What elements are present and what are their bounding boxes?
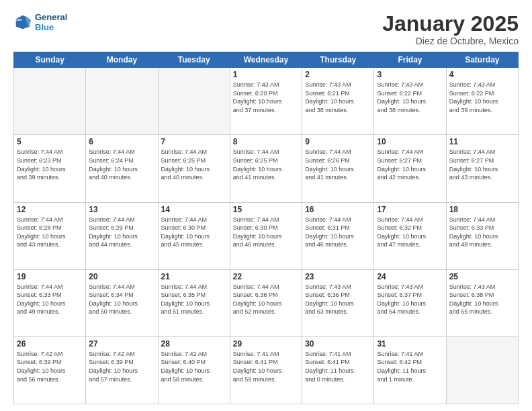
calendar-cell: 8Sunrise: 7:44 AM Sunset: 6:25 PM Daylig… bbox=[230, 135, 302, 202]
calendar-cell: 11Sunrise: 7:44 AM Sunset: 6:27 PM Dayli… bbox=[446, 135, 518, 202]
day-info: Sunrise: 7:44 AM Sunset: 6:30 PM Dayligh… bbox=[233, 216, 299, 249]
day-info: Sunrise: 7:43 AM Sunset: 6:21 PM Dayligh… bbox=[305, 81, 371, 114]
col-tuesday: Tuesday bbox=[158, 52, 230, 68]
calendar-cell: 5Sunrise: 7:44 AM Sunset: 6:23 PM Daylig… bbox=[14, 135, 86, 202]
calendar-week-4: 19Sunrise: 7:44 AM Sunset: 6:33 PM Dayli… bbox=[14, 269, 519, 336]
calendar-cell: 21Sunrise: 7:44 AM Sunset: 6:35 PM Dayli… bbox=[158, 269, 230, 336]
day-info: Sunrise: 7:43 AM Sunset: 6:20 PM Dayligh… bbox=[233, 81, 299, 114]
day-number: 26 bbox=[17, 339, 83, 349]
day-info: Sunrise: 7:43 AM Sunset: 6:36 PM Dayligh… bbox=[305, 283, 371, 316]
svg-text:Gen: Gen bbox=[15, 17, 22, 21]
day-info: Sunrise: 7:42 AM Sunset: 6:39 PM Dayligh… bbox=[17, 350, 83, 383]
calendar-cell: 29Sunrise: 7:41 AM Sunset: 6:41 PM Dayli… bbox=[230, 336, 302, 404]
calendar-cell: 17Sunrise: 7:44 AM Sunset: 6:32 PM Dayli… bbox=[374, 202, 446, 269]
day-number: 9 bbox=[305, 137, 371, 146]
day-info: Sunrise: 7:42 AM Sunset: 6:39 PM Dayligh… bbox=[89, 350, 154, 383]
month-title: January 2025 bbox=[382, 12, 519, 36]
day-info: Sunrise: 7:44 AM Sunset: 6:24 PM Dayligh… bbox=[89, 148, 154, 181]
day-number: 17 bbox=[377, 205, 443, 214]
calendar-cell: 9Sunrise: 7:44 AM Sunset: 6:26 PM Daylig… bbox=[302, 135, 374, 202]
day-info: Sunrise: 7:44 AM Sunset: 6:32 PM Dayligh… bbox=[377, 216, 443, 249]
calendar-cell bbox=[86, 68, 158, 135]
day-number: 18 bbox=[449, 205, 515, 214]
day-number: 8 bbox=[233, 137, 299, 146]
title-block: January 2025 Diez de Octubre, Mexico bbox=[382, 12, 519, 46]
day-number: 28 bbox=[161, 339, 227, 349]
day-info: Sunrise: 7:44 AM Sunset: 6:27 PM Dayligh… bbox=[377, 148, 443, 181]
calendar-cell: 3Sunrise: 7:43 AM Sunset: 6:22 PM Daylig… bbox=[374, 68, 446, 135]
day-info: Sunrise: 7:44 AM Sunset: 6:33 PM Dayligh… bbox=[449, 216, 515, 249]
logo: Gen General Blue bbox=[13, 12, 67, 32]
calendar-cell: 16Sunrise: 7:44 AM Sunset: 6:31 PM Dayli… bbox=[302, 202, 374, 269]
calendar-cell: 27Sunrise: 7:42 AM Sunset: 6:39 PM Dayli… bbox=[86, 336, 158, 404]
day-info: Sunrise: 7:44 AM Sunset: 6:25 PM Dayligh… bbox=[161, 148, 227, 181]
col-friday: Friday bbox=[374, 52, 446, 68]
day-number: 22 bbox=[233, 272, 299, 281]
calendar-cell: 28Sunrise: 7:42 AM Sunset: 6:40 PM Dayli… bbox=[158, 336, 230, 404]
day-number: 19 bbox=[17, 272, 83, 281]
day-number: 25 bbox=[449, 272, 515, 281]
header: Gen General Blue January 2025 Diez de Oc… bbox=[13, 12, 519, 46]
logo-text: General Blue bbox=[35, 12, 67, 32]
calendar-cell: 6Sunrise: 7:44 AM Sunset: 6:24 PM Daylig… bbox=[86, 135, 158, 202]
calendar-cell: 23Sunrise: 7:43 AM Sunset: 6:36 PM Dayli… bbox=[302, 269, 374, 336]
calendar-cell: 26Sunrise: 7:42 AM Sunset: 6:39 PM Dayli… bbox=[14, 336, 86, 404]
calendar-table: Sunday Monday Tuesday Wednesday Thursday… bbox=[13, 52, 519, 404]
day-number: 29 bbox=[233, 339, 299, 349]
calendar-cell bbox=[446, 336, 518, 404]
day-number: 21 bbox=[161, 272, 227, 281]
location-subtitle: Diez de Octubre, Mexico bbox=[382, 36, 519, 46]
day-info: Sunrise: 7:43 AM Sunset: 6:37 PM Dayligh… bbox=[377, 283, 443, 316]
col-wednesday: Wednesday bbox=[230, 52, 302, 68]
header-row: Sunday Monday Tuesday Wednesday Thursday… bbox=[14, 52, 519, 68]
calendar-week-5: 26Sunrise: 7:42 AM Sunset: 6:39 PM Dayli… bbox=[14, 336, 519, 404]
day-info: Sunrise: 7:44 AM Sunset: 6:27 PM Dayligh… bbox=[449, 148, 515, 181]
col-sunday: Sunday bbox=[14, 52, 86, 68]
day-number: 4 bbox=[449, 70, 515, 79]
day-number: 6 bbox=[89, 137, 154, 146]
day-info: Sunrise: 7:44 AM Sunset: 6:23 PM Dayligh… bbox=[17, 148, 83, 181]
col-thursday: Thursday bbox=[302, 52, 374, 68]
day-number: 5 bbox=[17, 137, 83, 146]
calendar-cell: 2Sunrise: 7:43 AM Sunset: 6:21 PM Daylig… bbox=[302, 68, 374, 135]
calendar-cell: 30Sunrise: 7:41 AM Sunset: 6:41 PM Dayli… bbox=[302, 336, 374, 404]
calendar-cell: 25Sunrise: 7:43 AM Sunset: 6:38 PM Dayli… bbox=[446, 269, 518, 336]
calendar-cell: 13Sunrise: 7:44 AM Sunset: 6:29 PM Dayli… bbox=[86, 202, 158, 269]
page: Gen General Blue January 2025 Diez de Oc… bbox=[0, 0, 532, 411]
day-info: Sunrise: 7:44 AM Sunset: 6:26 PM Dayligh… bbox=[305, 148, 371, 181]
col-saturday: Saturday bbox=[446, 52, 518, 68]
day-number: 14 bbox=[161, 205, 227, 214]
day-number: 2 bbox=[305, 70, 371, 79]
calendar-cell: 15Sunrise: 7:44 AM Sunset: 6:30 PM Dayli… bbox=[230, 202, 302, 269]
calendar-cell: 19Sunrise: 7:44 AM Sunset: 6:33 PM Dayli… bbox=[14, 269, 86, 336]
calendar-cell: 14Sunrise: 7:44 AM Sunset: 6:30 PM Dayli… bbox=[158, 202, 230, 269]
day-info: Sunrise: 7:41 AM Sunset: 6:41 PM Dayligh… bbox=[305, 350, 371, 383]
day-info: Sunrise: 7:44 AM Sunset: 6:28 PM Dayligh… bbox=[17, 216, 83, 249]
day-info: Sunrise: 7:41 AM Sunset: 6:41 PM Dayligh… bbox=[233, 350, 299, 383]
day-number: 12 bbox=[17, 205, 83, 214]
calendar-cell: 22Sunrise: 7:44 AM Sunset: 6:36 PM Dayli… bbox=[230, 269, 302, 336]
calendar-cell bbox=[14, 68, 86, 135]
day-info: Sunrise: 7:44 AM Sunset: 6:25 PM Dayligh… bbox=[233, 148, 299, 181]
day-info: Sunrise: 7:44 AM Sunset: 6:33 PM Dayligh… bbox=[17, 283, 83, 316]
day-number: 30 bbox=[305, 339, 371, 349]
calendar-cell: 1Sunrise: 7:43 AM Sunset: 6:20 PM Daylig… bbox=[230, 68, 302, 135]
day-info: Sunrise: 7:44 AM Sunset: 6:35 PM Dayligh… bbox=[161, 283, 227, 316]
day-info: Sunrise: 7:43 AM Sunset: 6:22 PM Dayligh… bbox=[449, 81, 515, 114]
day-number: 27 bbox=[89, 339, 154, 349]
calendar-cell: 10Sunrise: 7:44 AM Sunset: 6:27 PM Dayli… bbox=[374, 135, 446, 202]
day-info: Sunrise: 7:44 AM Sunset: 6:31 PM Dayligh… bbox=[305, 216, 371, 249]
day-number: 3 bbox=[377, 70, 443, 79]
calendar-cell: 12Sunrise: 7:44 AM Sunset: 6:28 PM Dayli… bbox=[14, 202, 86, 269]
day-info: Sunrise: 7:44 AM Sunset: 6:30 PM Dayligh… bbox=[161, 216, 227, 249]
day-number: 1 bbox=[233, 70, 299, 79]
calendar-cell bbox=[158, 68, 230, 135]
calendar-cell: 7Sunrise: 7:44 AM Sunset: 6:25 PM Daylig… bbox=[158, 135, 230, 202]
calendar-cell: 24Sunrise: 7:43 AM Sunset: 6:37 PM Dayli… bbox=[374, 269, 446, 336]
day-number: 10 bbox=[377, 137, 443, 146]
day-number: 31 bbox=[377, 339, 443, 349]
day-number: 20 bbox=[89, 272, 154, 281]
calendar-week-2: 5Sunrise: 7:44 AM Sunset: 6:23 PM Daylig… bbox=[14, 135, 519, 202]
day-info: Sunrise: 7:44 AM Sunset: 6:34 PM Dayligh… bbox=[89, 283, 154, 316]
day-number: 7 bbox=[161, 137, 227, 146]
